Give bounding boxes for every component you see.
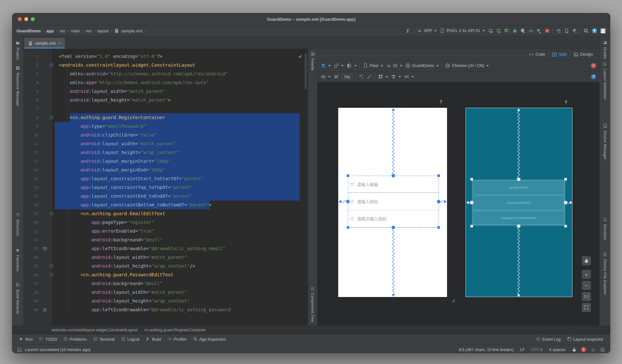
zoom-fit-button[interactable] — [582, 303, 591, 312]
error-indicator-badge[interactable]: ! — [581, 347, 586, 352]
code-text[interactable]: android:layout_width="match_parent" — [54, 139, 308, 148]
line-number[interactable]: 17 — [24, 192, 41, 201]
default-margin-button[interactable]: 0dp — [342, 74, 352, 79]
breadcrumb-item-src[interactable]: src — [60, 28, 65, 33]
code-text[interactable]: android:layout_width="match_parent" — [54, 87, 308, 96]
code-line[interactable]: 10 android:clipChildren="false" — [24, 131, 308, 139]
code-text[interactable]: <cn.authing.guard.EmailEditText — [54, 209, 308, 218]
code-text[interactable]: android:layout_width="match_parent" — [54, 288, 308, 297]
code-text[interactable] — [54, 105, 308, 113]
tool-stripe-item-favorites[interactable]: Favorites — [12, 248, 23, 271]
breadcrumb-item-res[interactable]: res — [86, 28, 92, 33]
align-button[interactable] — [391, 74, 401, 79]
breadcrumb-item-guarddemo[interactable]: GuardDemo — [17, 28, 40, 33]
fold-marker[interactable] — [48, 262, 54, 270]
tool-stripe-item-resource-manager[interactable]: Resource Manager — [12, 66, 23, 106]
code-line[interactable]: 28 android:layout_width="match_parent" — [24, 288, 308, 297]
line-number[interactable]: 23 — [24, 244, 41, 253]
blueprint-phone[interactable]: EmailEditTextPasswordEditTextPasswordCon… — [466, 108, 572, 297]
line-number[interactable]: 18 — [24, 201, 41, 209]
code-text[interactable]: android:layout_height="wrap_content" — [54, 148, 308, 157]
tool-window-button-problems[interactable]: Problems — [60, 335, 90, 344]
code-text[interactable]: app:layout_constraintTop_toTopOf="parent… — [54, 183, 308, 192]
component-tree-tab[interactable]: Component Tree — [308, 287, 317, 322]
code-text[interactable]: xmlns:app="http://schemas.android.com/ap… — [54, 78, 308, 87]
code-line[interactable]: 30 app:leftIconDrawable="@drawable/ic_au… — [24, 305, 308, 314]
line-number[interactable]: 13 — [24, 157, 41, 166]
line-number[interactable]: 15 — [24, 174, 41, 183]
code-text[interactable]: <?xml version="1.0" encoding="utf-8"?> — [54, 52, 308, 61]
search-everywhere-button[interactable] — [583, 28, 589, 33]
tool-stripe-item-emulator[interactable]: Emulator — [600, 217, 610, 240]
code-line[interactable]: 18 app:layout_constraintBottom_toBottomO… — [24, 201, 308, 209]
line-number[interactable]: 10 — [24, 131, 41, 139]
line-number[interactable]: 3 — [24, 70, 41, 78]
inspection-check-icon[interactable]: ✔ — [298, 54, 302, 59]
tool-window-button-run[interactable]: Run — [16, 335, 36, 344]
apply-code-changes-button[interactable] — [504, 28, 509, 33]
code-line[interactable]: 4 xmlns:app="http://schemas.android.com/… — [24, 78, 308, 87]
run-button[interactable] — [488, 28, 493, 33]
code-line[interactable]: 20 app:pageType="register" — [24, 218, 308, 227]
line-number[interactable]: 21 — [24, 227, 41, 236]
code-text[interactable]: android:clipChildren="false" — [54, 131, 308, 139]
tool-window-button-layout-inspector[interactable]: Layout Inspector — [564, 337, 606, 342]
line-number[interactable]: 19 — [24, 209, 41, 218]
tool-stripe-item-device-file-explorer[interactable]: Device File Explorer — [600, 252, 610, 295]
close-tab-icon[interactable]: × — [58, 41, 61, 46]
blueprint-component-passwordedittext[interactable]: PasswordEditText — [473, 195, 565, 210]
view-options-button[interactable] — [321, 74, 331, 79]
code-text[interactable]: app:layout_constraintEnd_toEndOf="parent… — [54, 192, 308, 201]
code-line[interactable]: 29 android:layout_height="wrap_content" — [24, 297, 308, 305]
line-number[interactable]: 29 — [24, 297, 41, 305]
line-number[interactable]: 20 — [24, 218, 41, 227]
palette-tab[interactable]: Palette — [308, 52, 317, 71]
code-text[interactable]: <cn.authing.guard.RegisterContainer — [54, 113, 308, 122]
code-line[interactable]: 6 android:layout_height="match_parent"> — [24, 96, 308, 105]
api-version-menu[interactable]: 32 — [386, 63, 402, 68]
code-text[interactable]: android:layout_height="wrap_content" — [54, 297, 308, 305]
line-number[interactable]: 1 — [24, 52, 41, 61]
code-line[interactable]: 22 android:background="@null" — [24, 236, 308, 244]
blueprint-component-emailedittext[interactable]: EmailEditText — [473, 180, 565, 195]
code-text[interactable]: android:layout_height="wrap_content"/> — [54, 262, 308, 270]
design-preview-phone[interactable]: 请输入邮箱请输入密码请再次输入密码 — [338, 108, 447, 297]
edit-text-field[interactable]: 请输入邮箱 — [348, 176, 439, 193]
clear-constraints-button[interactable] — [359, 74, 364, 79]
device-select[interactable]: PIXEL 3 XL API 31 — [440, 28, 485, 33]
xml-breadcrumb-item[interactable]: cn.authing.guard.RegisterContainer — [144, 328, 206, 332]
guidelines-button[interactable] — [404, 74, 414, 79]
night-mode-button[interactable] — [347, 63, 357, 68]
view-mode-code[interactable]: Code — [525, 51, 548, 58]
debug-button[interactable] — [512, 28, 517, 33]
code-text[interactable]: app:pageType="register" — [54, 218, 308, 227]
profiler-button[interactable] — [528, 28, 534, 33]
tool-window-button-logcat[interactable]: Logcat — [118, 335, 143, 344]
code-line[interactable]: 15 app:layout_constraintStart_toStartOf=… — [24, 174, 308, 183]
zoom-in-button[interactable]: + — [582, 270, 591, 279]
code-text[interactable]: app:leftIconDrawable="@drawable/ic_authi… — [54, 305, 308, 314]
stop-button[interactable] — [545, 28, 550, 33]
register-container-preview[interactable]: 请输入邮箱请输入密码请再次输入密码 — [348, 176, 439, 227]
blueprint-component-passwordconfirmedittext[interactable]: PasswordConfirmEditText — [473, 211, 565, 225]
line-number[interactable]: 22 — [24, 236, 41, 244]
sdk-manager-button[interactable] — [572, 28, 577, 33]
code-text[interactable]: app:layout_constraintStart_toStartOf="pa… — [54, 174, 308, 183]
code-text[interactable]: android:background="@null" — [54, 236, 308, 244]
sad-face-icon[interactable]: ☹ — [600, 347, 605, 353]
zoom-reset-button[interactable]: 1:1 — [582, 292, 591, 301]
line-ending[interactable]: LF — [520, 347, 525, 352]
line-number[interactable]: 4 — [24, 78, 41, 87]
indent-setting[interactable]: 4 spaces — [549, 347, 565, 352]
line-number[interactable]: 14 — [24, 166, 41, 174]
tab-sample-xml[interactable]: sample.xml × — [24, 38, 65, 49]
canvas-resize-handle[interactable] — [451, 298, 456, 303]
code-line[interactable]: 2<androidx.constraintlayout.widget.Const… — [24, 61, 308, 70]
tool-window-button-app-inspection[interactable]: App Inspection — [190, 335, 229, 344]
code-text[interactable]: android:background="@null" — [54, 279, 308, 288]
view-mode-split[interactable]: Split — [548, 51, 570, 58]
attach-debugger-button[interactable] — [536, 28, 542, 33]
code-line[interactable]: 19 <cn.authing.guard.EmailEditText — [24, 209, 308, 218]
profile-button[interactable] — [520, 28, 525, 33]
orientation-button[interactable] — [334, 63, 344, 68]
